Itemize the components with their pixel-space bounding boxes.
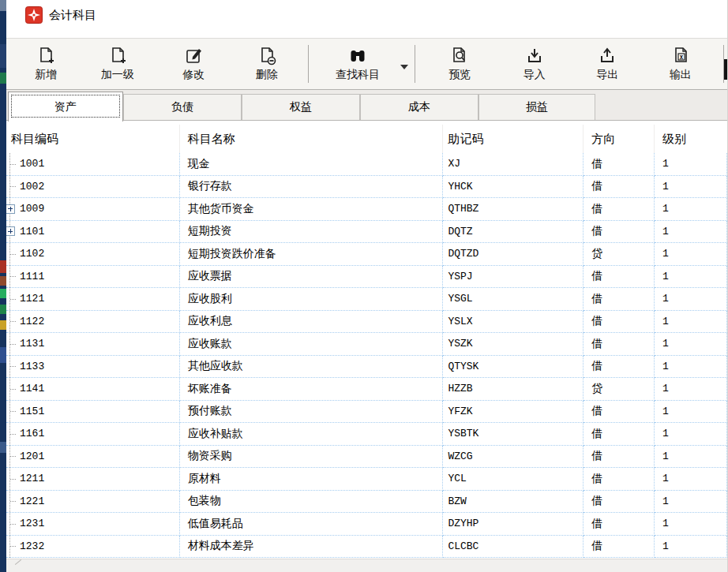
mnemonic-code: DQTZ	[443, 221, 584, 244]
tree-branch-mark	[10, 344, 16, 345]
level: 1	[655, 446, 727, 469]
add-button[interactable]: 新增	[13, 40, 80, 88]
title-bar: 会计科目	[6, 0, 727, 30]
account-code: 1232	[19, 540, 44, 552]
account-code: 1121	[19, 293, 44, 305]
level: 1	[655, 266, 727, 289]
svg-text:x: x	[679, 54, 683, 61]
level: 1	[655, 423, 727, 446]
table-row[interactable]: 1141 坏账准备 HZZB 贷 1	[6, 378, 727, 401]
direction: 借	[584, 153, 655, 176]
table-row[interactable]: 1161 应收补贴款 YSBTK 借 1	[6, 423, 727, 446]
tree-marker	[6, 491, 19, 513]
level: 1	[655, 243, 727, 266]
tab-label: 成本	[408, 100, 430, 114]
tab-profit-loss[interactable]: 损益	[478, 94, 595, 120]
add-level-button[interactable]: 加一级	[84, 40, 152, 88]
tree-marker	[6, 513, 19, 535]
table-row[interactable]: 1101 短期投资 DQTZ 借 1	[6, 221, 727, 244]
table-row[interactable]: 1002 银行存款 YHCK 借 1	[6, 176, 727, 199]
button-label: 新增	[35, 68, 57, 82]
modify-button[interactable]: 修改	[160, 40, 227, 88]
import-button[interactable]: 导入	[501, 40, 568, 88]
account-name: 短期投资跌价准备	[180, 243, 444, 266]
account-code: 1002	[19, 181, 44, 193]
account-code: 1141	[19, 383, 44, 394]
chevron-down-icon[interactable]	[400, 65, 408, 69]
tree-marker	[6, 176, 19, 198]
table-row[interactable]: 1221 包装物 BZW 借 1	[6, 491, 727, 514]
tree-marker	[6, 446, 19, 468]
direction: 借	[584, 311, 655, 334]
tree-marker	[6, 378, 19, 400]
table-row[interactable]: 1211 原材料 YCL 借 1	[6, 468, 727, 491]
table-row[interactable]: 1121 应收股利 YSGL 借 1	[6, 288, 727, 311]
tab-cost[interactable]: 成本	[360, 94, 478, 120]
button-label: 加一级	[101, 68, 134, 82]
table-row[interactable]: 1001 现金 XJ 借 1	[6, 153, 727, 176]
button-label: 修改	[182, 68, 205, 82]
level: 1	[655, 491, 727, 514]
account-code: 1133	[19, 361, 44, 372]
tree-branch-mark	[10, 254, 16, 255]
table-row[interactable]: 1009 其他货币资金 QTHBZ 借 1	[6, 198, 727, 221]
tree-branch-mark	[10, 321, 16, 322]
table-row[interactable]: 1131 应收账款 YSZK 借 1	[6, 333, 727, 356]
level: 1	[655, 401, 727, 424]
account-code: 1161	[19, 428, 44, 439]
level: 1	[655, 378, 727, 401]
tab-label: 资产	[54, 100, 77, 114]
tree-marker	[6, 266, 19, 288]
account-code: 1211	[19, 473, 44, 484]
table-row[interactable]: 1232 材料成本差异 CLCBC 借 1	[6, 536, 727, 559]
expand-icon[interactable]	[6, 204, 15, 214]
mnemonic-code: YCL	[443, 468, 584, 491]
account-code: 1151	[19, 406, 44, 417]
mnemonic-code: DQTZD	[443, 243, 584, 266]
tab-equity[interactable]: 权益	[242, 94, 360, 120]
level: 1	[655, 153, 727, 176]
tab-label: 损益	[526, 100, 548, 114]
export-icon	[597, 46, 617, 66]
account-name: 低值易耗品	[180, 513, 444, 536]
tab-liabilities[interactable]: 负债	[123, 94, 242, 120]
column-header-direction: 方向	[584, 125, 655, 153]
account-code: 1221	[19, 495, 44, 507]
delete-button[interactable]: 删除	[234, 40, 301, 88]
mnemonic-code: BZW	[443, 491, 584, 514]
mnemonic-code: YSBTK	[443, 423, 584, 446]
table-row[interactable]: 1151 预付账款 YFZK 借 1	[6, 401, 727, 424]
find-account-button[interactable]: 查找科目	[320, 40, 396, 88]
table-row[interactable]: 1102 短期投资跌价准备 DQTZD 贷 1	[6, 243, 727, 266]
table-row[interactable]: 1231 低值易耗品 DZYHP 借 1	[6, 513, 727, 536]
table-row[interactable]: 1111 应收票据 YSPJ 借 1	[6, 266, 727, 289]
account-name: 其他应收款	[180, 356, 444, 379]
expand-icon[interactable]	[6, 226, 15, 236]
direction: 借	[584, 491, 655, 514]
tree-marker	[6, 288, 19, 310]
account-name: 现金	[180, 153, 444, 176]
category-tabs: 资产 负债 权益 成本 损益	[6, 90, 727, 121]
grip-mark	[15, 559, 21, 565]
tree-marker	[6, 243, 19, 265]
tab-assets[interactable]: 资产	[8, 92, 123, 122]
table-row[interactable]: 1201 物资采购 WZCG 借 1	[6, 446, 727, 469]
mnemonic-code: YFZK	[443, 401, 584, 424]
preview-button[interactable]: 预览	[426, 40, 493, 88]
screen: 会计科目 新增 加一级	[0, 0, 728, 572]
direction: 借	[584, 513, 655, 536]
button-label: 输出	[670, 68, 692, 82]
output-button[interactable]: x 输出	[647, 40, 714, 88]
direction: 借	[584, 446, 655, 469]
account-name: 坏账准备	[180, 378, 444, 401]
account-code: 1201	[19, 450, 44, 462]
binoculars-icon	[347, 46, 368, 66]
tree-branch-mark	[10, 299, 16, 300]
export-button[interactable]: 导出	[574, 40, 641, 88]
horizontal-scrollbar[interactable]	[6, 559, 727, 572]
account-name: 包装物	[180, 491, 444, 514]
table-row[interactable]: 1122 应收利息 YSLX 借 1	[6, 311, 727, 334]
direction: 借	[584, 198, 655, 221]
direction: 借	[584, 536, 655, 559]
table-row[interactable]: 1133 其他应收款 QTYSK 借 1	[6, 356, 727, 379]
